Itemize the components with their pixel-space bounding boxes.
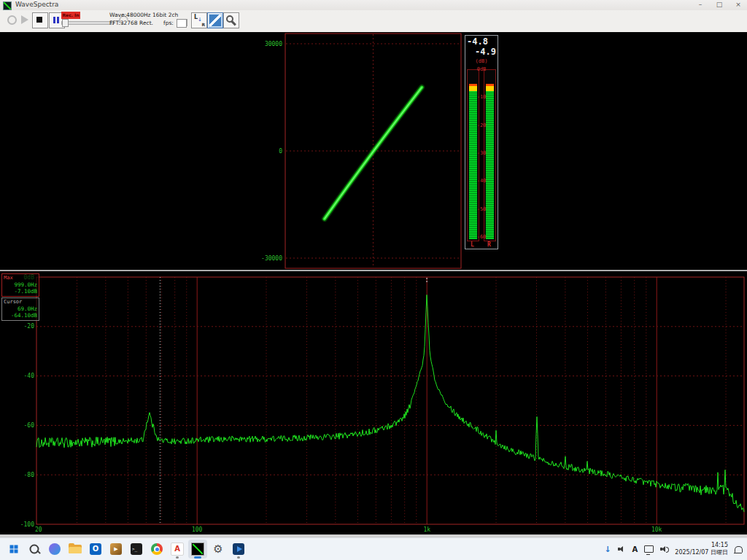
svg-text:-30000: -30000 (261, 255, 282, 262)
wavespectra-icon (191, 542, 204, 556)
taskbar-icons: O ▶ >_ A ⚙ (4, 540, 248, 559)
spectrum-plot[interactable]: 0dB-20-40-60-80-100201001k10k (0, 271, 747, 534)
tray-audio-device-icon[interactable] (618, 545, 626, 553)
pause-icon (53, 17, 55, 23)
cursor-title: Cursor (4, 299, 37, 306)
meter-value-left: -4.8 (467, 36, 488, 47)
svg-text:-60: -60 (24, 422, 35, 429)
svg-text:-40: -40 (24, 373, 35, 379)
settings-wrench-button[interactable] (223, 12, 239, 28)
meter-bar-left (469, 84, 477, 239)
hidden-icons-arrow-icon[interactable]: ↓ (604, 545, 611, 554)
gear-icon: ⚙ (213, 543, 222, 555)
stop-button[interactable] (32, 12, 48, 28)
taskbar-search[interactable] (25, 540, 44, 559)
ime-indicator[interactable]: A (632, 545, 638, 553)
lissajous-scope: 300000-30000 (0, 32, 747, 270)
taskbar-terminal[interactable]: >_ (127, 540, 146, 559)
svg-text:30000: 30000 (265, 41, 282, 47)
position-slider[interactable] (61, 21, 114, 25)
tray-date: 2025/12/07 日曜日 (675, 549, 728, 556)
play-icon[interactable] (21, 15, 28, 24)
scope-panel: 300000-30000 -4.8 -4.9 (dB) 0dB-10-20-30… (0, 32, 747, 270)
taskbar-copilot[interactable] (45, 540, 64, 559)
svg-text:-100: -100 (20, 521, 34, 528)
windows-logo-icon (10, 545, 18, 553)
window-title: WaveSpectra (15, 1, 58, 8)
rec-indicator: Rec. In (61, 12, 80, 19)
max-level: -7.10dB (4, 288, 37, 295)
svg-text:20: 20 (35, 526, 42, 533)
taskbar-file-explorer[interactable] (66, 540, 85, 559)
running-indicator (237, 556, 240, 559)
meter-scale-label: -50 (465, 206, 498, 212)
movies-tv-icon (233, 543, 244, 555)
copilot-icon (49, 543, 61, 555)
meter-channel-right: R (484, 241, 495, 248)
svg-text:-20: -20 (24, 323, 35, 330)
svg-text:0: 0 (279, 148, 282, 155)
meter-scale-label: -10 (465, 94, 498, 100)
active-indicator (194, 556, 201, 559)
title-bar: WaveSpectra – □ × (0, 0, 747, 11)
start-button[interactable] (4, 540, 23, 559)
tray-time: 14:15 (675, 542, 728, 549)
taskbar-settings[interactable]: ⚙ (209, 540, 228, 559)
minimize-button[interactable]: – (692, 0, 709, 10)
running-indicator (176, 556, 179, 559)
media-player-icon: ▶ (110, 543, 122, 555)
max-title: Max (4, 275, 37, 281)
system-tray: ↓ A 14:15 2025/12/07 日曜日 (604, 540, 743, 559)
app-icon (3, 1, 12, 10)
cursor-frequency: 69.0Hz (4, 306, 37, 312)
meter-scale-label: 0dB (465, 66, 498, 72)
stop-icon (36, 17, 42, 23)
meter-channel-left: L (467, 241, 478, 248)
tray-clock[interactable]: 14:15 2025/12/07 日曜日 (675, 542, 728, 556)
meter-unit: (dB) (465, 58, 498, 64)
taskbar-acrobat[interactable]: A (168, 540, 187, 559)
terminal-icon: >_ (131, 543, 142, 555)
taskbar-movies-tv[interactable] (229, 540, 248, 559)
display-mode-button[interactable] (207, 12, 223, 28)
toolbar: Rec. In Wave:48000Hz 16bit 2ch FFT:32768… (0, 10, 747, 33)
wavespectra-window: WaveSpectra – □ × Rec. In Wave:48000Hz 1… (0, 0, 747, 560)
taskbar-outlook[interactable]: O (86, 540, 105, 559)
maximize-button[interactable]: □ (711, 0, 728, 10)
svg-text:1k: 1k (423, 526, 430, 533)
svg-text:10k: 10k (651, 526, 662, 533)
max-info-box: Max 999.0Hz -7.10dB (1, 273, 39, 297)
notification-bell-icon[interactable] (735, 546, 743, 553)
wave-info: Wave:48000Hz 16bit 2ch (109, 12, 178, 18)
fps-input[interactable] (177, 19, 187, 28)
svg-text:-80: -80 (24, 472, 35, 478)
meter-scale-label: -60 (465, 234, 498, 240)
svg-text:100: 100 (192, 526, 203, 533)
display-mode-icon (209, 15, 221, 26)
acrobat-icon: A (171, 542, 184, 556)
channel-lr-button[interactable]: L ↓ R (191, 12, 207, 28)
meter-value-right: -4.9 (475, 47, 496, 57)
spectrum-panel: 0dB-20-40-60-80-100201001k10k Max 999.0H… (0, 271, 747, 534)
meter-scale-label: -20 (465, 122, 498, 128)
max-frequency: 999.0Hz (4, 281, 37, 288)
slider-thumb[interactable] (62, 19, 69, 27)
taskbar-wavespectra[interactable] (188, 540, 207, 559)
network-display-icon[interactable] (644, 545, 654, 553)
meter-scale-label: -40 (465, 178, 498, 184)
volume-icon[interactable] (660, 545, 668, 553)
record-icon[interactable] (7, 15, 17, 25)
meter-bar-right (486, 84, 494, 239)
level-meter-panel: -4.8 -4.9 (dB) 0dB-10-20-30-40-50-60 L R (465, 35, 498, 249)
taskbar-chrome[interactable] (147, 540, 166, 559)
fps-label: fps: (163, 20, 174, 26)
taskbar-media-player[interactable]: ▶ (107, 540, 125, 559)
meter-scale-label: -30 (465, 150, 498, 156)
cursor-info-box: Cursor 69.0Hz -64.10dB (1, 298, 39, 321)
outlook-icon: O (90, 543, 101, 555)
close-button[interactable]: × (729, 0, 747, 10)
cursor-level: -64.10dB (4, 312, 37, 319)
taskbar: O ▶ >_ A ⚙ ↓ A 14:15 2025/12/07 日曜日 (0, 537, 747, 560)
